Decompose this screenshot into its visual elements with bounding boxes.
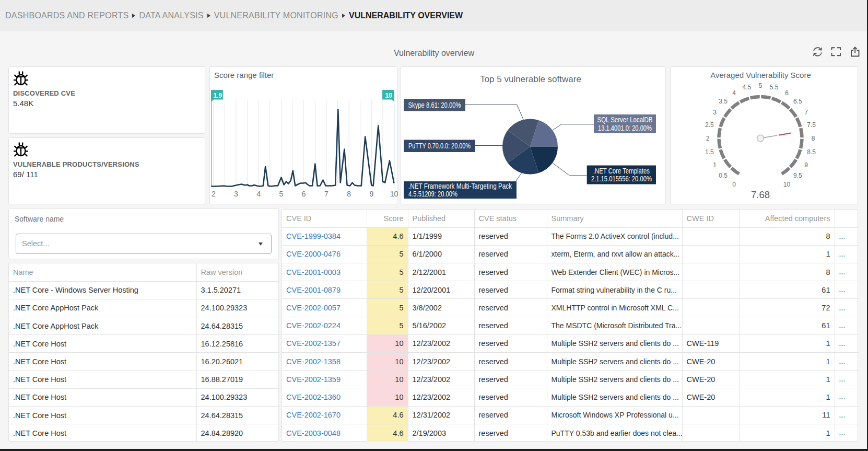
svg-text:7.5: 7.5 [807,121,816,129]
svg-text:0: 0 [732,181,736,188]
svg-text:5.5: 5.5 [770,84,779,91]
svg-text:9: 9 [804,161,808,169]
svg-text:PuTTY 0.70.0.0: 20.00%: PuTTY 0.70.0.0: 20.00% [408,142,471,150]
svg-text:6: 6 [302,190,306,198]
svg-text:4: 4 [732,89,736,97]
svg-text:8.5: 8.5 [807,148,816,156]
svg-text:1.9: 1.9 [214,92,222,99]
svg-text:3.5: 3.5 [719,98,728,105]
svg-text:4: 4 [256,190,261,198]
svg-text:1: 1 [713,161,717,169]
svg-text:3: 3 [713,109,717,116]
svg-text:5: 5 [279,190,284,198]
svg-text:7: 7 [324,190,329,198]
svg-text:5: 5 [759,82,763,89]
svg-text:8: 8 [812,135,815,142]
svg-text:10: 10 [385,92,393,99]
svg-text:2.5: 2.5 [705,121,714,129]
svg-text:13.1.4001.0: 20.00%: 13.1.4001.0: 20.00% [598,124,652,132]
svg-text:2: 2 [706,135,710,142]
svg-text:10: 10 [390,190,398,198]
svg-text:7: 7 [804,109,808,116]
svg-text:6: 6 [785,89,789,97]
svg-text:3: 3 [234,190,238,198]
svg-text:9: 9 [369,190,373,198]
svg-text:7.68: 7.68 [751,189,770,200]
svg-text:Skype 8.61: 20.00%: Skype 8.61: 20.00% [408,101,461,109]
svg-text:SQL Server LocalDB: SQL Server LocalDB [597,115,653,124]
svg-text:0.5: 0.5 [719,172,728,179]
svg-text:2: 2 [212,190,216,198]
svg-text:6.5: 6.5 [793,98,802,105]
svg-text:4.5.51209: 20.00%: 4.5.51209: 20.00% [408,190,458,198]
svg-text:1.5: 1.5 [705,148,714,156]
svg-text:8: 8 [347,190,351,198]
svg-text:.NET Core Templates: .NET Core Templates [593,167,650,175]
svg-text:9.5: 9.5 [793,172,802,179]
svg-text:10: 10 [783,181,791,188]
svg-text:.NET Framework Multi-Targeting: .NET Framework Multi-Targeting Pack [408,182,512,190]
svg-text:2.1.15.015556: 20.00%: 2.1.15.015556: 20.00% [591,175,652,183]
svg-text:4.5: 4.5 [743,84,752,91]
